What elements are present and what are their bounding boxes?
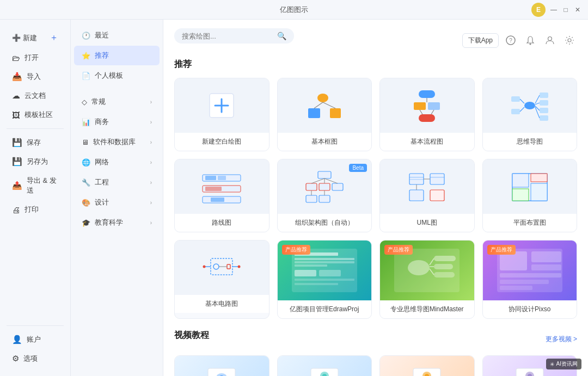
template-card-layout[interactable]: 平面布置图	[482, 159, 578, 232]
plus-icon[interactable]: ＋	[50, 32, 58, 44]
svg-rect-84	[434, 256, 456, 261]
svg-rect-13	[419, 90, 435, 98]
video-card-2[interactable]	[277, 355, 372, 376]
card-label-mindmap: 思维导图	[483, 133, 577, 151]
export-icon: 📤	[12, 181, 22, 190]
account-label: 账户	[27, 335, 41, 344]
badge-pixso: 产品推荐	[487, 245, 516, 255]
sidebar-item-new[interactable]: ➕ 新建 ＋	[3, 28, 67, 48]
watermark: ✳ AI资讯网	[546, 359, 581, 369]
svg-rect-96	[500, 286, 532, 290]
template-card-org-auto[interactable]: Beta 组织架构	[277, 159, 372, 232]
settings-icon-btn[interactable]	[562, 33, 577, 48]
mid-nav-business[interactable]: 📊 商务 ›	[74, 112, 160, 132]
card-preview-circuit	[175, 241, 269, 295]
section-recommend-title: 推荐	[174, 59, 577, 70]
template-card-mindmap[interactable]: 思维导图	[482, 78, 578, 151]
sidebar-item-import[interactable]: 📥 导入	[3, 67, 67, 86]
svg-rect-9	[308, 108, 320, 118]
template-card-mindmaster[interactable]: 产品推荐 专业思维导图MindMaster	[379, 240, 475, 319]
account-icon: 👤	[12, 335, 22, 344]
template-card-edrawproj[interactable]: 产品推荐 亿图项目管理EdrawProj	[277, 240, 372, 319]
card-label-pixso: 协同设计Pixso	[483, 300, 577, 318]
video-card-1[interactable]	[174, 355, 270, 376]
svg-rect-8	[317, 94, 328, 102]
maximize-button[interactable]: □	[562, 6, 569, 14]
avatar[interactable]: E	[531, 3, 546, 17]
template-card-basic-frame[interactable]: 基本框图	[277, 78, 372, 151]
business-icon: 📊	[82, 118, 90, 126]
user-icon-btn[interactable]	[542, 33, 558, 48]
video-thumb-3	[380, 356, 474, 376]
card-label-mindmaster: 专业思维导图MindMaster	[380, 300, 474, 318]
sidebar-item-template[interactable]: 🖼 模板社区	[3, 106, 67, 124]
open-icon: 🗁	[12, 53, 20, 63]
card-label-org-auto: 组织架构图（自动）	[278, 214, 372, 232]
sidebar-item-account[interactable]: 👤 账户	[3, 330, 67, 349]
svg-rect-79	[319, 270, 341, 276]
minimize-button[interactable]: —	[550, 6, 558, 14]
sidebar-item-save[interactable]: 💾 保存	[3, 133, 67, 152]
mid-nav-engineering[interactable]: 🔧 工程 ›	[74, 172, 160, 192]
search-input[interactable]	[182, 32, 273, 40]
sidebar-item-export[interactable]: 📤 导出 & 发送	[3, 171, 67, 200]
mid-nav-education-left: 🎓 教育科学	[82, 218, 123, 227]
mid-nav-software[interactable]: 🖥 软件和数据库 ›	[74, 132, 160, 152]
help-icon-btn[interactable]: ?	[503, 33, 518, 48]
svg-rect-52	[409, 177, 424, 178]
mid-nav-design[interactable]: 🎨 设计 ›	[74, 193, 160, 212]
svg-point-2	[530, 44, 531, 45]
sidebar-item-options[interactable]: ⚙ 选项	[3, 349, 67, 368]
more-videos-link[interactable]: 更多视频 >	[546, 335, 577, 344]
svg-rect-21	[540, 93, 548, 98]
sidebar-item-saveas[interactable]: 💾 另存为	[3, 152, 67, 171]
svg-rect-64	[512, 189, 529, 201]
close-button[interactable]: ✕	[574, 6, 581, 14]
beta-badge: Beta	[349, 164, 367, 172]
mid-nav-recent[interactable]: 🕐 最近	[74, 26, 160, 45]
template-card-route[interactable]: 路线图	[174, 159, 270, 232]
sidebar-item-cloud[interactable]: ☁ 云文档	[3, 87, 67, 105]
video-thumb-svg-2	[308, 364, 341, 376]
card-preview-new-blank	[175, 78, 269, 133]
video-thumb-1	[175, 356, 269, 376]
mid-nav-engineering-left: 🔧 工程	[82, 177, 109, 187]
template-card-circuit[interactable]: 基本电路图	[174, 240, 270, 319]
sidebar-item-open[interactable]: 🗁 打开	[3, 48, 67, 67]
search-bar[interactable]: 🔍	[174, 28, 294, 44]
template-card-basic-flow[interactable]: 基本流程图	[379, 78, 475, 151]
mid-nav-education[interactable]: 🎓 教育科学 ›	[74, 213, 160, 232]
svg-line-31	[520, 99, 524, 103]
template-card-pixso[interactable]: 产品推荐 协同设计Pixso	[482, 240, 578, 319]
template-card-uml[interactable]: UML图	[379, 159, 475, 232]
svg-line-11	[314, 102, 323, 108]
card-preview-basic-flow	[380, 78, 474, 133]
software-label: 软件和数据库	[93, 137, 136, 147]
mid-nav-network[interactable]: 🌐 网络 ›	[74, 152, 160, 172]
svg-rect-25	[511, 96, 520, 102]
svg-rect-78	[295, 270, 316, 276]
download-app-button[interactable]: 下载App	[462, 33, 499, 48]
mid-nav-recommend[interactable]: ⭐ 推荐	[74, 46, 160, 65]
watermark-icon: ✳	[550, 361, 554, 367]
bell-icon-btn[interactable]	[523, 33, 538, 48]
card-label-uml: UML图	[380, 214, 474, 232]
recent-label: 最近	[95, 30, 109, 40]
svg-rect-75	[295, 258, 354, 260]
mid-nav-personal[interactable]: 📄 个人模板	[74, 66, 160, 85]
video-grid	[174, 355, 577, 376]
business-label: 商务	[95, 117, 109, 127]
sidebar-top: ➕ 新建 ＋ 🗁 打开 📥 导入 ☁ 云文档 🖼	[0, 25, 70, 221]
content-top-bar: 🔍 下载App ?	[174, 28, 577, 52]
card-label-basic-flow: 基本流程图	[380, 133, 474, 151]
svg-rect-24	[540, 115, 548, 121]
svg-rect-61	[512, 174, 529, 187]
app-title: 亿图图示	[280, 5, 308, 15]
video-card-3[interactable]	[379, 355, 475, 376]
svg-rect-22	[540, 100, 548, 106]
svg-rect-54	[430, 174, 444, 184]
mid-nav-general[interactable]: ◇ 常规 ›	[74, 92, 160, 112]
template-card-new-blank[interactable]: 新建空白绘图	[174, 78, 270, 151]
sidebar-item-print[interactable]: 🖨 打印	[3, 200, 67, 219]
layout-svg	[508, 169, 552, 205]
